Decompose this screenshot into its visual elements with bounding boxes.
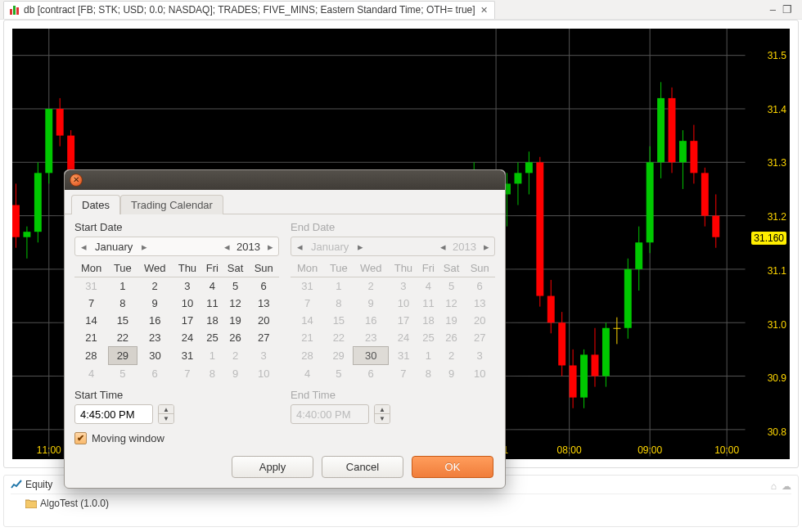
- tab-close-icon[interactable]: ✕: [479, 5, 489, 16]
- calendar-day[interactable]: 10: [389, 295, 418, 312]
- calendar-day[interactable]: 6: [354, 365, 389, 383]
- calendar-day[interactable]: 8: [108, 295, 137, 312]
- calendar-day[interactable]: 20: [464, 312, 495, 329]
- calendar-day[interactable]: 19: [439, 312, 465, 329]
- calendar-day[interactable]: 10: [173, 295, 202, 312]
- calendar-day[interactable]: 31: [74, 277, 108, 295]
- calendar-day[interactable]: 9: [354, 295, 389, 312]
- calendar-day[interactable]: 8: [324, 295, 354, 312]
- calendar-day[interactable]: 31: [291, 277, 324, 295]
- calendar-day[interactable]: 2: [223, 347, 249, 365]
- calendar-day[interactable]: 23: [137, 329, 173, 347]
- calendar-day[interactable]: 6: [137, 365, 173, 383]
- start-time-spinner[interactable]: ▲ ▼: [158, 404, 174, 424]
- calendar-day[interactable]: 21: [291, 329, 324, 347]
- calendar-day[interactable]: 7: [173, 365, 202, 383]
- calendar-day[interactable]: 15: [108, 312, 137, 329]
- home-icon[interactable]: ⌂: [771, 480, 777, 492]
- restore-icon[interactable]: ❐: [782, 3, 792, 16]
- cloud-icon[interactable]: ☁: [782, 480, 791, 492]
- prev-year-icon[interactable]: ◂: [219, 241, 235, 253]
- minimize-icon[interactable]: –: [770, 3, 776, 16]
- calendar-day[interactable]: 4: [74, 365, 108, 383]
- spinner-down-icon[interactable]: ▼: [159, 414, 173, 423]
- calendar-day[interactable]: 5: [223, 277, 249, 295]
- calendar-day[interactable]: 30: [137, 347, 173, 365]
- calendar-day[interactable]: 4: [291, 365, 324, 383]
- calendar-day[interactable]: 1: [324, 277, 354, 295]
- next-year-icon[interactable]: ▸: [262, 241, 278, 253]
- calendar-day[interactable]: 11: [202, 295, 223, 312]
- calendar-day[interactable]: 10: [248, 365, 279, 383]
- calendar-day[interactable]: 11: [418, 295, 439, 312]
- calendar-day[interactable]: 3: [464, 347, 495, 365]
- calendar-day[interactable]: 1: [108, 277, 137, 295]
- calendar-day[interactable]: 31: [173, 347, 202, 365]
- calendar-day[interactable]: 22: [108, 329, 137, 347]
- calendar-day[interactable]: 3: [173, 277, 202, 295]
- calendar-day[interactable]: 9: [439, 365, 465, 383]
- calendar-day[interactable]: 5: [439, 277, 465, 295]
- ok-button[interactable]: OK: [412, 456, 493, 478]
- prev-month-icon[interactable]: ◂: [75, 241, 92, 253]
- calendar-day[interactable]: 14: [291, 312, 324, 329]
- calendar-day[interactable]: 9: [223, 365, 249, 383]
- start-time-input[interactable]: [74, 404, 153, 424]
- calendar-day[interactable]: 4: [418, 277, 439, 295]
- calendar-day[interactable]: 1: [202, 347, 223, 365]
- calendar-day[interactable]: 22: [324, 329, 354, 347]
- calendar-day[interactable]: 26: [439, 329, 465, 347]
- month-label[interactable]: January: [92, 241, 136, 253]
- calendar-day[interactable]: 7: [389, 365, 418, 383]
- calendar-day[interactable]: 23: [354, 329, 389, 347]
- calendar-day[interactable]: 16: [137, 312, 173, 329]
- tab-dates[interactable]: Dates: [71, 195, 120, 214]
- calendar-day[interactable]: 18: [202, 312, 223, 329]
- calendar-day[interactable]: 12: [223, 295, 249, 312]
- next-month-icon[interactable]: ▸: [136, 241, 152, 253]
- dialog-close-icon[interactable]: ✕: [70, 174, 83, 187]
- apply-button[interactable]: Apply: [232, 456, 313, 478]
- calendar-day[interactable]: 28: [291, 347, 324, 365]
- calendar-day[interactable]: 13: [464, 295, 495, 312]
- calendar-day[interactable]: 3: [389, 277, 418, 295]
- dialog-titlebar[interactable]: ✕: [65, 170, 505, 190]
- calendar-day[interactable]: 7: [74, 295, 108, 312]
- calendar-day[interactable]: 27: [464, 329, 495, 347]
- calendar-day[interactable]: 2: [354, 277, 389, 295]
- calendar-day[interactable]: 12: [439, 295, 465, 312]
- calendar-day[interactable]: 8: [418, 365, 439, 383]
- calendar-day[interactable]: 29: [108, 347, 137, 365]
- calendar-day[interactable]: 2: [439, 347, 465, 365]
- calendar-day[interactable]: 5: [108, 365, 137, 383]
- calendar-day[interactable]: 28: [74, 347, 108, 365]
- calendar-day[interactable]: 17: [389, 312, 418, 329]
- calendar-day[interactable]: 7: [291, 295, 324, 312]
- calendar-day[interactable]: 15: [324, 312, 354, 329]
- calendar-day[interactable]: 27: [248, 329, 279, 347]
- tree-item-algotest[interactable]: AlgoTest (1.0.0): [11, 494, 791, 509]
- calendar-day[interactable]: 5: [324, 365, 354, 383]
- start-calendar[interactable]: MonTueWedThuFriSatSun3112345678910111213…: [74, 259, 279, 382]
- tab-trading-calendar[interactable]: Trading Calendar: [120, 195, 223, 214]
- calendar-day[interactable]: 6: [464, 277, 495, 295]
- calendar-day[interactable]: 17: [173, 312, 202, 329]
- calendar-day[interactable]: 3: [248, 347, 279, 365]
- calendar-day[interactable]: 4: [202, 277, 223, 295]
- calendar-day[interactable]: 19: [223, 312, 249, 329]
- calendar-day[interactable]: 26: [223, 329, 249, 347]
- view-tab[interactable]: db [contract [FB; STK; USD; 0.0; NASDAQ]…: [3, 1, 495, 19]
- calendar-day[interactable]: 30: [354, 347, 389, 365]
- calendar-day[interactable]: 20: [248, 312, 279, 329]
- calendar-day[interactable]: 8: [202, 365, 223, 383]
- calendar-day[interactable]: 31: [389, 347, 418, 365]
- calendar-day[interactable]: 6: [248, 277, 279, 295]
- spinner-up-icon[interactable]: ▲: [159, 405, 173, 414]
- calendar-day[interactable]: 25: [202, 329, 223, 347]
- calendar-day[interactable]: 14: [74, 312, 108, 329]
- calendar-day[interactable]: 18: [418, 312, 439, 329]
- calendar-day[interactable]: 13: [248, 295, 279, 312]
- calendar-day[interactable]: 10: [464, 365, 495, 383]
- calendar-day[interactable]: 16: [354, 312, 389, 329]
- calendar-day[interactable]: 25: [418, 329, 439, 347]
